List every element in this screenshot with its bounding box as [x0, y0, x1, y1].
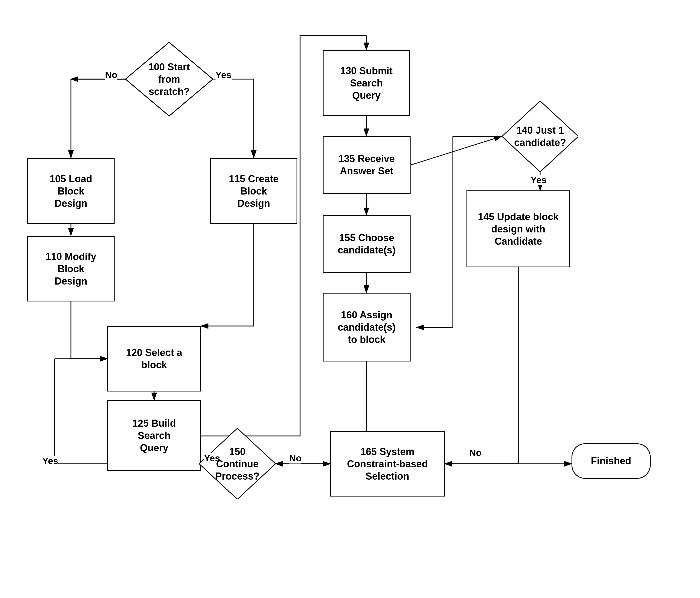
- node-130-label: 130 Submit Search Query: [340, 65, 393, 101]
- node-135-label: 135 Receive Answer Set: [339, 152, 395, 177]
- svg-line-22: [410, 136, 501, 165]
- node-120: 120 Select a block: [107, 326, 201, 392]
- node-finished-label: Finished: [591, 455, 631, 467]
- label-no-150: No: [289, 453, 301, 464]
- node-110: 110 Modify Block Design: [27, 236, 115, 301]
- node-155-label: 155 Choose candidate(s): [338, 232, 396, 256]
- node-115: 115 Create Block Design: [210, 158, 297, 224]
- node-140-label: 140 Just 1 candidate?: [514, 124, 566, 149]
- label-yes-120: Yes: [42, 455, 58, 466]
- label-yes-145: Yes: [531, 175, 547, 185]
- node-125: 125 Build Search Query: [107, 400, 201, 471]
- node-160: 160 Assign candidate(s) to block: [323, 293, 410, 362]
- node-145-label: 145 Update block design with Candidate: [478, 210, 559, 247]
- node-finished: Finished: [572, 443, 651, 479]
- node-165: 165 System Constraint-based Selection: [330, 431, 445, 497]
- node-120-label: 120 Select a block: [126, 347, 182, 371]
- label-no-140: No: [469, 447, 481, 458]
- node-155: 155 Choose candidate(s): [323, 215, 410, 273]
- node-105-label: 105 Load Block Design: [50, 173, 92, 209]
- node-125-label: 125 Build Search Query: [132, 417, 176, 454]
- diamond-100: 100 Start from scratch?: [125, 42, 213, 116]
- node-115-label: 115 Create Block Design: [229, 173, 278, 209]
- node-100-label: 100 Start from scratch?: [148, 61, 190, 98]
- node-165-label: 165 System Constraint-based Selection: [347, 446, 428, 482]
- node-135: 135 Receive Answer Set: [323, 136, 410, 194]
- label-no: No: [105, 70, 117, 80]
- label-yes-right: Yes: [216, 70, 232, 80]
- node-150-label: 150 Continue Process?: [215, 446, 259, 482]
- node-145: 145 Update block design with Candidate: [467, 191, 570, 267]
- node-110-label: 110 Modify Block Design: [46, 250, 96, 287]
- node-160-label: 160 Assign candidate(s) to block: [338, 309, 396, 346]
- node-130: 130 Submit Search Query: [323, 50, 410, 116]
- diamond-150: 150 Continue Process?: [199, 428, 276, 499]
- node-105: 105 Load Block Design: [27, 158, 115, 224]
- diamond-140: 140 Just 1 candidate?: [502, 101, 578, 172]
